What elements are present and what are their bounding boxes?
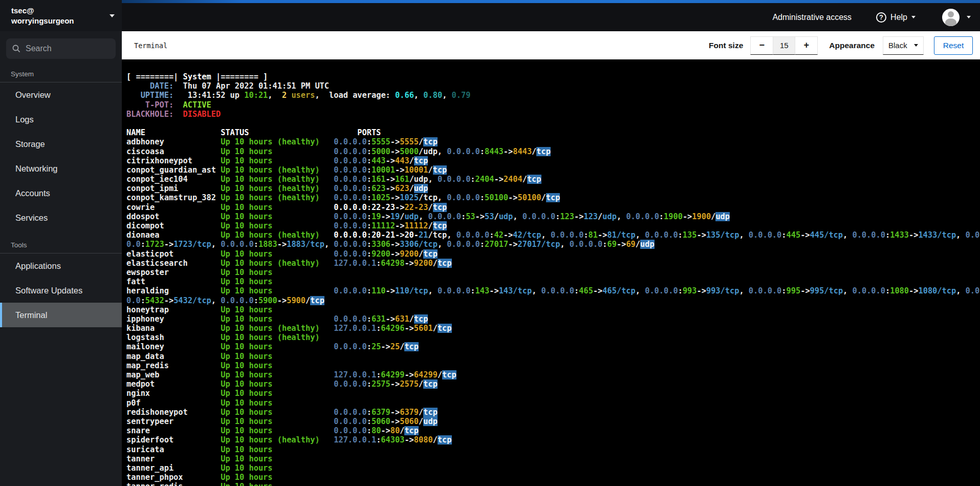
terminal-row: logstash Up 10 hours (healthy) [126,333,980,342]
terminal-banner: [ ========| System |======== ] [126,72,980,81]
terminal-row: tanner_api Up 10 hours [126,463,980,473]
terminal-row: ciscoasa Up 10 hours 0.0.0.0:5000->5000/… [126,147,980,156]
terminal-row: honeytrap Up 10 hours [126,305,980,314]
terminal-row: elasticsearch Up 10 hours (healthy) 127.… [126,259,980,268]
font-size-increase-button[interactable]: + [795,36,818,55]
sidebar-item-storage[interactable]: Storage [0,132,122,156]
sidebar-item-overview[interactable]: Overview [0,82,122,107]
sidebar-item-applications[interactable]: Applications [0,253,122,278]
terminal-row: spiderfoot Up 10 hours (healthy) 127.0.0… [126,435,980,445]
terminal-row: dionaea Up 10 hours (healthy) 0.0.0.0:20… [126,230,980,240]
sidebar-item-networking[interactable]: Networking [0,156,122,181]
terminal-info-line: T-POT: ACTIVE [126,100,980,110]
nav-section-system: SystemOverviewLogsStorageNetworkingAccou… [0,70,122,230]
font-size-stepper: − 15 + [750,36,818,55]
host-name: worryingsurgeon [11,16,110,26]
font-size-label: Font size [709,41,743,50]
terminal-row-continuation: 0.0:1723->1723/tcp, 0.0.0.0:1883->1883/t… [126,240,980,249]
terminal-row: ipphoney Up 10 hours 0.0.0.0:631->631/tc… [126,314,980,324]
help-menu[interactable]: ? Help [876,12,916,23]
terminal-row: elasticpot Up 10 hours 0.0.0.0:9200->920… [126,249,980,259]
chevron-down-icon [967,16,971,18]
search-input[interactable] [26,44,102,53]
terminal-info-line: DATE: Thu 07 Apr 2022 01:41:51 PM UTC [126,81,980,91]
terminal-row-continuation: 0.0:5432->5432/tcp, 0.0.0.0:5900->5900/t… [126,296,980,305]
terminal-row: fatt Up 10 hours [126,277,980,286]
appearance-label: Appearance [829,41,875,50]
terminal-row: ewsposter Up 10 hours [126,268,980,277]
terminal-row: sentrypeer Up 10 hours 0.0.0.0:5060->506… [126,417,980,426]
appearance-select[interactable]: Black [883,36,924,55]
help-label: Help [890,13,907,22]
terminal-table-header: NAME STATUS PORTS [126,128,980,137]
sidebar-item-accounts[interactable]: Accounts [0,181,122,205]
search-icon [12,45,20,53]
terminal-info-line: UPTIME: 13:41:52 up 10:21, 2 users, load… [126,91,980,100]
sidebar-search[interactable] [6,38,116,59]
terminal-row: adbhoney Up 10 hours (healthy) 0.0.0.0:5… [126,137,980,146]
font-size-value: 15 [773,36,795,55]
avatar [942,9,960,26]
terminal-blank-line [126,119,980,128]
help-icon: ? [876,12,886,23]
terminal-toolbar: Terminal Font size − 15 + Appearance Bla… [122,31,980,59]
nav-section-tools: ToolsApplicationsSoftware UpdatesTermina… [0,241,122,327]
terminal-row: p0f Up 10 hours [126,398,980,408]
sidebar: tsec@ worryingsurgeon SystemOverviewLogs… [0,0,122,486]
terminal-row: redishoneypot Up 10 hours 0.0.0.0:6379->… [126,408,980,417]
terminal-row: nginx Up 10 hours [126,389,980,398]
sidebar-nav: SystemOverviewLogsStorageNetworkingAccou… [0,70,122,327]
terminal-row: tanner Up 10 hours [126,454,980,463]
terminal-row: dicompot Up 10 hours 0.0.0.0:11112->1111… [126,221,980,230]
terminal-row: conpot_iec104 Up 10 hours (healthy) 0.0.… [126,175,980,184]
terminal-row: ddospot Up 10 hours 0.0.0.0:19->19/udp, … [126,212,980,221]
terminal-row: citrixhoneypot Up 10 hours 0.0.0.0:443->… [126,156,980,165]
app-root: tsec@ worryingsurgeon SystemOverviewLogs… [0,0,980,486]
administrative-access-button[interactable]: Administrative access [772,13,852,22]
terminal-row: conpot_kamstrup_382 Up 10 hours (healthy… [126,193,980,202]
chevron-down-icon [914,44,918,47]
font-size-decrease-button[interactable]: − [750,36,773,55]
terminal-row: heralding Up 10 hours 0.0.0.0:110->110/t… [126,286,980,295]
sidebar-item-software-updates[interactable]: Software Updates [0,278,122,303]
appearance-selected-value: Black [888,41,907,50]
session-menu[interactable] [942,9,971,26]
host-user: tsec@ [11,6,110,16]
terminal-row: snare Up 10 hours 0.0.0.0:80->80/tcp [126,426,980,435]
terminal-row: tanner_phpox Up 10 hours [126,473,980,482]
sidebar-item-logs[interactable]: Logs [0,107,122,132]
terminal-row: conpot_ipmi Up 10 hours (healthy) 0.0.0.… [126,184,980,193]
nav-section-label: System [0,70,122,82]
terminal-row: cowrie Up 10 hours 0.0.0.0:22-23->22-23/… [126,203,980,212]
terminal-row: mailoney Up 10 hours 0.0.0.0:25->25/tcp [126,342,980,351]
host-switcher[interactable]: tsec@ worryingsurgeon [0,0,122,31]
terminal-row: kibana Up 10 hours (healthy) 127.0.0.1:6… [126,324,980,333]
nav-section-label: Tools [0,241,122,253]
terminal-row: map_data Up 10 hours [126,352,980,361]
terminal-info-line: BLACKHOLE: DISABLED [126,110,980,119]
chevron-down-icon [911,16,916,18]
chevron-down-icon [110,14,115,17]
sidebar-item-services[interactable]: Services [0,205,122,230]
terminal-screen[interactable]: [ ========| System |======== ] DATE: Thu… [122,59,980,486]
terminal-row: map_redis Up 10 hours [126,361,980,370]
terminal-row: medpot Up 10 hours 0.0.0.0:2575->2575/tc… [126,379,980,389]
reset-button[interactable]: Reset [934,36,973,55]
terminal-row: map_web Up 10 hours 127.0.0.1:64299->642… [126,370,980,379]
page-title: Terminal [134,41,167,50]
masthead: Administrative access ? Help [122,0,980,31]
sidebar-item-terminal[interactable]: Terminal [0,303,122,327]
terminal-row: suricata Up 10 hours [126,445,980,454]
terminal-row: conpot_guardian_ast Up 10 hours (healthy… [126,165,980,175]
terminal-row: tanner_redis Up 10 hours [126,482,980,486]
